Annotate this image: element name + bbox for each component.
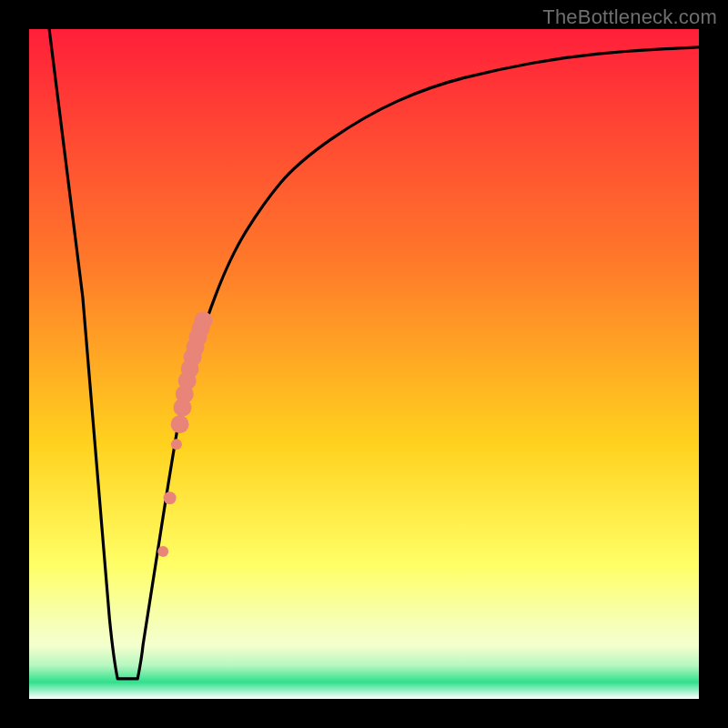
plot-svg <box>29 29 699 699</box>
data-dot <box>194 311 212 329</box>
data-dot <box>164 491 177 504</box>
data-dot <box>157 546 168 557</box>
plot-area <box>29 29 699 699</box>
gradient-background <box>29 29 699 699</box>
chart-stage: TheBottleneck.com <box>0 0 728 728</box>
watermark-label: TheBottleneck.com <box>542 5 717 29</box>
data-dot <box>171 439 182 450</box>
data-dot <box>171 415 189 433</box>
